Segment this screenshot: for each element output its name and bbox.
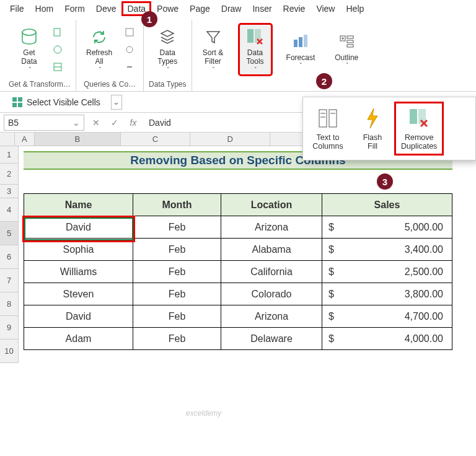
row-header-5[interactable]: 5	[0, 222, 19, 245]
table-cell[interactable]: Feb	[133, 261, 221, 283]
accept-formula-icon[interactable]: ✓	[108, 116, 121, 129]
table-row: StevenFebColorado$3,800.00	[24, 283, 452, 305]
link-icon	[124, 61, 135, 72]
menu-file[interactable]: File	[5, 2, 29, 15]
col-header-A[interactable]: A	[15, 133, 35, 146]
col-header-C[interactable]: C	[121, 133, 190, 146]
table-cell[interactable]: Colorado	[221, 283, 322, 305]
row-header-3[interactable]: 3	[0, 185, 19, 198]
table-cell[interactable]: $3,800.00	[322, 283, 452, 305]
svg-point-6	[126, 46, 133, 53]
col-header-B[interactable]: B	[35, 133, 121, 146]
table-cell[interactable]: Williams	[24, 261, 133, 283]
sort-filter-button[interactable]: Sort &Filter	[197, 24, 229, 75]
row-header-6[interactable]: 6	[0, 245, 19, 269]
menu-deve[interactable]: Deve	[91, 2, 121, 15]
forecast-button[interactable]: Forecast	[281, 24, 320, 75]
table-row: AdamFebDelaware$4,000.00	[24, 328, 452, 350]
table-header[interactable]: Sales	[322, 194, 452, 216]
table-cell[interactable]: Sophia	[24, 239, 133, 261]
svg-point-0	[22, 29, 36, 35]
menu-inser[interactable]: Inser	[247, 2, 276, 15]
svg-rect-7	[247, 29, 253, 43]
select-visible-cells-button[interactable]: Select Visible Cells	[6, 94, 106, 110]
row-header-7[interactable]: 7	[0, 269, 19, 292]
select-all-corner[interactable]	[0, 133, 15, 146]
get-data-button[interactable]: GetData	[13, 24, 45, 75]
row-header-2[interactable]: 2	[0, 164, 19, 185]
outline-button[interactable]: Outline	[330, 24, 363, 75]
table-cell[interactable]: $3,400.00	[322, 239, 452, 261]
database-icon	[18, 27, 40, 48]
table-cell[interactable]: Steven	[24, 283, 133, 305]
gear-icon	[124, 44, 135, 55]
refresh-all-button[interactable]: RefreshAll	[81, 24, 117, 75]
menu-hom[interactable]: Hom	[30, 2, 59, 15]
edit-links-button[interactable]	[121, 59, 138, 75]
table-cell[interactable]: Arizona	[221, 216, 322, 239]
col-header-D[interactable]: D	[190, 133, 270, 146]
svg-rect-27	[410, 109, 417, 124]
svg-rect-16	[347, 40, 353, 43]
table-header[interactable]: Location	[221, 194, 322, 216]
row-header-4[interactable]: 4	[0, 198, 19, 222]
table-row: SophiaFebAlabama$3,400.00	[24, 239, 452, 261]
menu-powe[interactable]: Powe	[152, 2, 183, 15]
menu-help[interactable]: Help	[341, 2, 369, 15]
text-to-columns-button[interactable]: Text toColumns	[306, 102, 350, 155]
group-queries: RefreshAll Queries & Co…	[76, 20, 144, 91]
table-cell[interactable]: California	[221, 261, 322, 283]
menu-draw[interactable]: Draw	[216, 2, 247, 15]
row-header-8[interactable]: 8	[0, 292, 19, 316]
table-cell[interactable]: Arizona	[221, 305, 322, 328]
table-cell[interactable]: Feb	[133, 328, 221, 350]
svg-rect-20	[12, 103, 17, 107]
svg-point-2	[54, 46, 61, 53]
row-header-10[interactable]: 10	[0, 340, 19, 363]
menu-view[interactable]: View	[311, 2, 340, 15]
table-cell[interactable]: Alabama	[221, 239, 322, 261]
remove-duplicates-icon	[407, 106, 431, 131]
table-cell[interactable]: Feb	[133, 305, 221, 328]
queries-button[interactable]	[121, 24, 138, 40]
table-cell[interactable]: David	[24, 305, 133, 328]
remove-duplicates-button[interactable]: RemoveDuplicates	[395, 102, 443, 155]
data-types-button[interactable]: DataTypes	[151, 24, 183, 75]
from-text-button[interactable]	[49, 24, 66, 40]
table-cell[interactable]: $4,000.00	[322, 328, 452, 350]
table-cell[interactable]: $4,700.00	[322, 305, 452, 328]
table-cell[interactable]: Adam	[24, 328, 133, 350]
data-tools-button[interactable]: DataTools	[239, 24, 271, 75]
cancel-formula-icon[interactable]: ✕	[89, 116, 103, 129]
properties-button[interactable]	[121, 42, 138, 58]
spreadsheet: ABCD 12345678910 Removing Based on Speci…	[0, 133, 476, 363]
fx-icon[interactable]: fx	[126, 116, 140, 129]
table-cell[interactable]: $2,500.00	[322, 261, 452, 283]
menu-form[interactable]: Form	[60, 2, 90, 15]
table-icon	[52, 61, 63, 72]
table-cell[interactable]: Feb	[133, 283, 221, 305]
flash-fill-button[interactable]: FlashFill	[350, 102, 395, 155]
from-web-button[interactable]	[49, 42, 66, 58]
menu-page[interactable]: Page	[185, 2, 215, 15]
step-badge-1: 1	[141, 11, 157, 27]
row-header-9[interactable]: 9	[0, 316, 19, 340]
row-header-1[interactable]: 1	[0, 146, 19, 164]
table-header[interactable]: Month	[133, 194, 221, 216]
menu-revie[interactable]: Revie	[278, 2, 311, 15]
name-box[interactable]: B5⌄	[4, 115, 84, 131]
table-header[interactable]: Name	[24, 194, 133, 216]
table-cell[interactable]: Feb	[133, 239, 221, 261]
table-cell[interactable]: $5,000.00	[322, 216, 452, 239]
svg-rect-17	[347, 45, 353, 47]
table-row: DavidFebArizona$4,700.00	[24, 305, 452, 328]
svg-rect-9	[294, 40, 298, 47]
qat-dropdown[interactable]: ⌄	[111, 95, 122, 110]
table-cell[interactable]: Feb	[133, 216, 221, 239]
text-columns-icon	[315, 106, 340, 131]
table-cell[interactable]: Delaware	[221, 328, 322, 350]
data-tools-icon	[244, 27, 267, 48]
from-table-button[interactable]	[49, 59, 66, 75]
table-cell[interactable]: David	[24, 216, 133, 239]
group-data-types: DataTypes Data Types	[144, 20, 192, 91]
